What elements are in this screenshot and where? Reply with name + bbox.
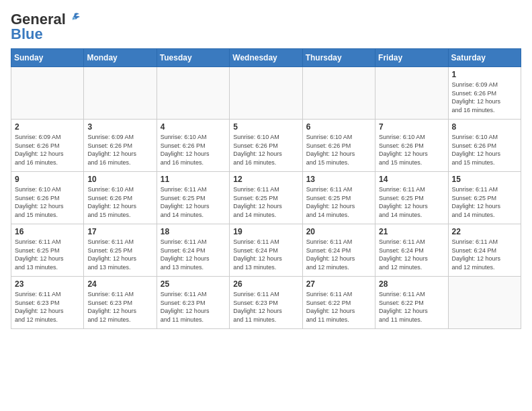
day-info: Sunrise: 6:11 AM Sunset: 6:24 PM Dayligh… (452, 238, 517, 271)
calendar-cell (11, 67, 84, 120)
logo: General Blue (11, 11, 82, 43)
day-info: Sunrise: 6:10 AM Sunset: 6:26 PM Dayligh… (379, 133, 444, 167)
day-number: 18 (161, 227, 226, 236)
weekday-header-sunday: Sunday (11, 49, 84, 67)
calendar-cell: 1Sunrise: 6:09 AM Sunset: 6:26 PM Daylig… (448, 67, 521, 120)
weekday-header-wednesday: Wednesday (230, 49, 302, 67)
page-header: General Blue (11, 11, 521, 43)
day-info: Sunrise: 6:11 AM Sunset: 6:23 PM Dayligh… (15, 290, 80, 324)
week-row-3: 9Sunrise: 6:10 AM Sunset: 6:26 PM Daylig… (11, 172, 521, 224)
day-info: Sunrise: 6:11 AM Sunset: 6:24 PM Dayligh… (233, 238, 298, 271)
calendar-cell: 3Sunrise: 6:09 AM Sunset: 6:26 PM Daylig… (84, 120, 157, 172)
day-info: Sunrise: 6:10 AM Sunset: 6:26 PM Dayligh… (306, 133, 371, 167)
week-row-4: 16Sunrise: 6:11 AM Sunset: 6:25 PM Dayli… (11, 224, 521, 277)
calendar-cell: 25Sunrise: 6:11 AM Sunset: 6:23 PM Dayli… (157, 277, 229, 329)
day-info: Sunrise: 6:11 AM Sunset: 6:23 PM Dayligh… (87, 290, 152, 324)
day-number: 20 (306, 227, 371, 236)
day-info: Sunrise: 6:11 AM Sunset: 6:23 PM Dayligh… (161, 290, 226, 324)
calendar-cell: 14Sunrise: 6:11 AM Sunset: 6:25 PM Dayli… (375, 172, 448, 224)
day-info: Sunrise: 6:10 AM Sunset: 6:26 PM Dayligh… (233, 133, 298, 167)
calendar-cell: 16Sunrise: 6:11 AM Sunset: 6:25 PM Dayli… (11, 224, 84, 277)
day-info: Sunrise: 6:11 AM Sunset: 6:23 PM Dayligh… (233, 290, 298, 324)
calendar-cell: 17Sunrise: 6:11 AM Sunset: 6:25 PM Dayli… (84, 224, 157, 277)
calendar-table: SundayMondayTuesdayWednesdayThursdayFrid… (11, 48, 521, 329)
calendar-cell (375, 67, 448, 120)
day-info: Sunrise: 6:11 AM Sunset: 6:25 PM Dayligh… (379, 185, 444, 219)
calendar-cell: 22Sunrise: 6:11 AM Sunset: 6:24 PM Dayli… (448, 224, 521, 277)
calendar-cell: 27Sunrise: 6:11 AM Sunset: 6:22 PM Dayli… (302, 277, 375, 329)
day-number: 22 (452, 227, 517, 236)
day-number: 5 (233, 122, 298, 132)
calendar-cell: 8Sunrise: 6:10 AM Sunset: 6:26 PM Daylig… (448, 120, 521, 172)
week-row-5: 23Sunrise: 6:11 AM Sunset: 6:23 PM Dayli… (11, 277, 521, 329)
calendar-cell: 24Sunrise: 6:11 AM Sunset: 6:23 PM Dayli… (84, 277, 157, 329)
day-number: 16 (15, 227, 80, 236)
weekday-header-tuesday: Tuesday (157, 49, 229, 67)
calendar-cell: 11Sunrise: 6:11 AM Sunset: 6:25 PM Dayli… (157, 172, 229, 224)
weekday-header-friday: Friday (375, 49, 448, 67)
day-info: Sunrise: 6:09 AM Sunset: 6:26 PM Dayligh… (452, 81, 517, 114)
calendar-cell (230, 67, 302, 120)
day-number: 14 (379, 175, 444, 184)
logo-blue-text: Blue (11, 26, 43, 43)
day-info: Sunrise: 6:09 AM Sunset: 6:26 PM Dayligh… (15, 133, 80, 167)
day-info: Sunrise: 6:11 AM Sunset: 6:22 PM Dayligh… (379, 290, 444, 324)
day-info: Sunrise: 6:10 AM Sunset: 6:26 PM Dayligh… (15, 185, 80, 219)
day-info: Sunrise: 6:11 AM Sunset: 6:25 PM Dayligh… (161, 185, 226, 219)
calendar-cell: 13Sunrise: 6:11 AM Sunset: 6:25 PM Dayli… (302, 172, 375, 224)
calendar-cell: 7Sunrise: 6:10 AM Sunset: 6:26 PM Daylig… (375, 120, 448, 172)
day-number: 19 (233, 227, 298, 236)
day-info: Sunrise: 6:11 AM Sunset: 6:25 PM Dayligh… (87, 238, 152, 271)
day-number: 27 (306, 279, 371, 289)
day-number: 11 (161, 175, 226, 184)
day-info: Sunrise: 6:11 AM Sunset: 6:25 PM Dayligh… (306, 185, 371, 219)
calendar-cell: 2Sunrise: 6:09 AM Sunset: 6:26 PM Daylig… (11, 120, 84, 172)
calendar-cell: 6Sunrise: 6:10 AM Sunset: 6:26 PM Daylig… (302, 120, 375, 172)
day-number: 4 (161, 122, 226, 132)
day-number: 6 (306, 122, 371, 132)
day-number: 9 (15, 175, 80, 184)
day-info: Sunrise: 6:11 AM Sunset: 6:24 PM Dayligh… (379, 238, 444, 271)
weekday-header-saturday: Saturday (448, 49, 521, 67)
day-info: Sunrise: 6:10 AM Sunset: 6:26 PM Dayligh… (87, 185, 152, 219)
day-info: Sunrise: 6:11 AM Sunset: 6:25 PM Dayligh… (233, 185, 298, 219)
day-number: 7 (379, 122, 444, 132)
day-number: 17 (87, 227, 152, 236)
calendar-cell: 21Sunrise: 6:11 AM Sunset: 6:24 PM Dayli… (375, 224, 448, 277)
day-info: Sunrise: 6:10 AM Sunset: 6:26 PM Dayligh… (161, 133, 226, 167)
day-info: Sunrise: 6:09 AM Sunset: 6:26 PM Dayligh… (87, 133, 152, 167)
day-number: 13 (306, 175, 371, 184)
day-number: 1 (452, 70, 517, 79)
calendar-cell: 28Sunrise: 6:11 AM Sunset: 6:22 PM Dayli… (375, 277, 448, 329)
day-info: Sunrise: 6:11 AM Sunset: 6:25 PM Dayligh… (15, 238, 80, 271)
day-info: Sunrise: 6:11 AM Sunset: 6:25 PM Dayligh… (452, 185, 517, 219)
week-row-1: 1Sunrise: 6:09 AM Sunset: 6:26 PM Daylig… (11, 67, 521, 120)
day-info: Sunrise: 6:11 AM Sunset: 6:22 PM Dayligh… (306, 290, 371, 324)
calendar-cell (448, 277, 521, 329)
weekday-header-thursday: Thursday (302, 49, 375, 67)
day-number: 8 (452, 122, 517, 132)
day-info: Sunrise: 6:11 AM Sunset: 6:24 PM Dayligh… (306, 238, 371, 271)
day-number: 12 (233, 175, 298, 184)
calendar-cell: 10Sunrise: 6:10 AM Sunset: 6:26 PM Dayli… (84, 172, 157, 224)
logo-bird-icon (67, 11, 82, 26)
day-info: Sunrise: 6:11 AM Sunset: 6:24 PM Dayligh… (161, 238, 226, 271)
day-number: 23 (15, 279, 80, 289)
day-number: 21 (379, 227, 444, 236)
calendar-cell: 20Sunrise: 6:11 AM Sunset: 6:24 PM Dayli… (302, 224, 375, 277)
weekday-header-row: SundayMondayTuesdayWednesdayThursdayFrid… (11, 49, 521, 67)
day-number: 25 (161, 279, 226, 289)
calendar-cell (157, 67, 229, 120)
day-number: 24 (87, 279, 152, 289)
day-number: 26 (233, 279, 298, 289)
day-number: 15 (452, 175, 517, 184)
calendar-cell: 26Sunrise: 6:11 AM Sunset: 6:23 PM Dayli… (230, 277, 302, 329)
week-row-2: 2Sunrise: 6:09 AM Sunset: 6:26 PM Daylig… (11, 120, 521, 172)
calendar-cell: 23Sunrise: 6:11 AM Sunset: 6:23 PM Dayli… (11, 277, 84, 329)
day-info: Sunrise: 6:10 AM Sunset: 6:26 PM Dayligh… (452, 133, 517, 167)
weekday-header-monday: Monday (84, 49, 157, 67)
calendar-cell: 12Sunrise: 6:11 AM Sunset: 6:25 PM Dayli… (230, 172, 302, 224)
calendar-cell: 18Sunrise: 6:11 AM Sunset: 6:24 PM Dayli… (157, 224, 229, 277)
calendar-cell: 4Sunrise: 6:10 AM Sunset: 6:26 PM Daylig… (157, 120, 229, 172)
calendar-cell: 15Sunrise: 6:11 AM Sunset: 6:25 PM Dayli… (448, 172, 521, 224)
